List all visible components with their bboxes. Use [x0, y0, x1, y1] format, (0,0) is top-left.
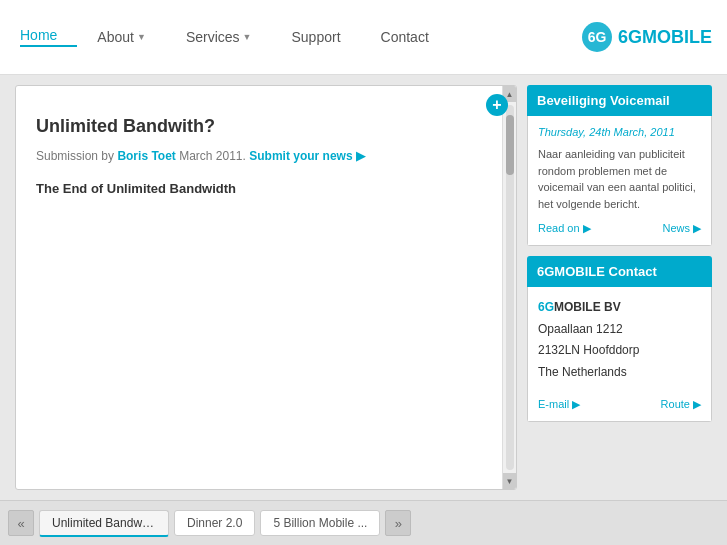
nav-contact[interactable]: Contact: [361, 29, 449, 45]
route-link[interactable]: Route ▶: [661, 398, 701, 411]
contact-header: 6GMOBILE Contact: [527, 256, 712, 287]
tab-5billion[interactable]: 5 Billion Mobile ...: [260, 510, 380, 536]
voicemail-date: Thursday, 24th March, 2011: [538, 126, 701, 138]
voicemail-box: Beveiliging Voicemail Thursday, 24th Mar…: [527, 85, 712, 246]
email-link[interactable]: E-mail ▶: [538, 398, 580, 411]
author-link[interactable]: Boris Toet: [117, 149, 175, 163]
read-on-link[interactable]: Read on ▶: [538, 222, 591, 235]
contact-box: 6GMOBILE Contact 6GMOBILE BV Opaallaan 1…: [527, 256, 712, 422]
nav-services[interactable]: Services ▼: [166, 29, 272, 45]
bottom-tabs: « Unlimited Bandwith? Dinner 2.0 5 Billi…: [0, 500, 727, 545]
contact-body: 6GMOBILE BV Opaallaan 1212 2132LN Hoofdd…: [527, 287, 712, 422]
content-panel: + ▲ ▼ Unlimited Bandwith? Submission by …: [15, 85, 517, 490]
nav-support[interactable]: Support: [271, 29, 360, 45]
tab-unlimited-bandwith[interactable]: Unlimited Bandwith?: [39, 510, 169, 537]
article-body: Unlimited Bandwith? Submission by Boris …: [16, 86, 502, 216]
scrollbar: ▲ ▼: [502, 86, 516, 489]
submit-news-link[interactable]: Submit your news ▶: [249, 149, 365, 163]
next-tab-button[interactable]: »: [385, 510, 411, 536]
voicemail-links: Read on ▶ News ▶: [538, 222, 701, 235]
services-arrow-icon: ▼: [243, 32, 252, 42]
contact-address3: The Netherlands: [538, 362, 701, 384]
header: Home About ▼ Services ▼ Support Contact …: [0, 0, 727, 75]
about-arrow-icon: ▼: [137, 32, 146, 42]
article-title: Unlimited Bandwith?: [36, 116, 482, 137]
scroll-down-button[interactable]: ▼: [503, 473, 517, 489]
logo: 6G 6GMOBILE: [581, 21, 712, 53]
logo-text: 6GMOBILE: [618, 27, 712, 48]
contact-company: 6GMOBILE BV: [538, 297, 701, 319]
voicemail-body: Thursday, 24th March, 2011 Naar aanleidi…: [527, 116, 712, 246]
nav-about[interactable]: About ▼: [77, 29, 166, 45]
voicemail-header: Beveiliging Voicemail: [527, 85, 712, 116]
article-meta: Submission by Boris Toet March 2011. Sub…: [36, 149, 482, 163]
logo-icon: 6G: [581, 21, 613, 53]
voicemail-text: Naar aanleiding van publiciteit rondom p…: [538, 146, 701, 212]
contact-address2: 2132LN Hoofddorp: [538, 340, 701, 362]
nav-home[interactable]: Home: [20, 27, 77, 47]
scroll-thumb[interactable]: [506, 115, 514, 175]
add-content-button[interactable]: +: [486, 94, 508, 116]
tab-dinner[interactable]: Dinner 2.0: [174, 510, 255, 536]
sidebar: Beveiliging Voicemail Thursday, 24th Mar…: [527, 85, 712, 490]
prev-tab-button[interactable]: «: [8, 510, 34, 536]
svg-text:6G: 6G: [588, 29, 607, 45]
contact-links: E-mail ▶ Route ▶: [538, 398, 701, 411]
news-link[interactable]: News ▶: [662, 222, 701, 235]
contact-address1: Opaallaan 1212: [538, 319, 701, 341]
main-content: + ▲ ▼ Unlimited Bandwith? Submission by …: [0, 75, 727, 500]
article-subtitle: The End of Unlimited Bandwidth: [36, 181, 482, 196]
scroll-track: [506, 105, 514, 470]
